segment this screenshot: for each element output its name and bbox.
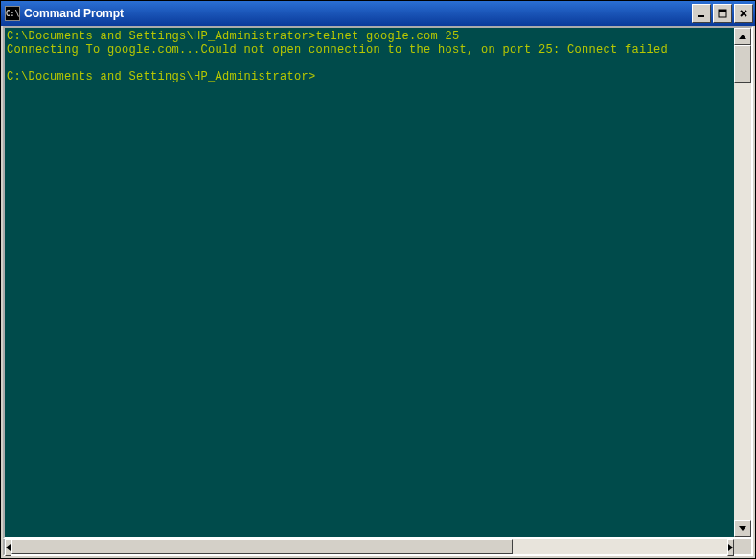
vertical-scrollbar[interactable] <box>734 28 751 537</box>
maximize-button[interactable] <box>713 4 732 23</box>
arrow-right-icon <box>728 544 733 551</box>
scroll-up-button[interactable] <box>734 28 751 45</box>
arrow-left-icon <box>6 544 11 551</box>
horizontal-scrollbar[interactable] <box>3 539 753 556</box>
window-controls <box>692 4 753 23</box>
svg-rect-2 <box>719 10 726 12</box>
scroll-thumb-vertical[interactable] <box>734 45 751 83</box>
minimize-icon <box>697 9 706 18</box>
console-row: C:\Documents and Settings\HP_Administrat… <box>3 26 753 539</box>
command-prompt-window: C:\ Command Prompt C:\Documents and Sett… <box>0 0 756 559</box>
close-button[interactable] <box>734 4 753 23</box>
maximize-icon <box>718 9 727 18</box>
titlebar[interactable]: C:\ Command Prompt <box>1 1 755 26</box>
scroll-down-button[interactable] <box>734 520 751 537</box>
scrollbar-corner <box>734 539 751 554</box>
scroll-right-button[interactable] <box>727 539 734 556</box>
close-icon <box>739 9 748 18</box>
console-output[interactable]: C:\Documents and Settings\HP_Administrat… <box>5 28 734 537</box>
client-area: C:\Documents and Settings\HP_Administrat… <box>1 26 755 558</box>
scroll-track-horizontal[interactable] <box>11 539 727 554</box>
scroll-track-vertical[interactable] <box>734 45 751 520</box>
scroll-left-button[interactable] <box>5 539 11 556</box>
minimize-button[interactable] <box>692 4 711 23</box>
scroll-thumb-horizontal[interactable] <box>11 539 513 554</box>
arrow-up-icon <box>739 35 746 39</box>
arrow-down-icon <box>739 526 746 531</box>
window-title: Command Prompt <box>24 7 692 20</box>
svg-rect-0 <box>698 15 704 17</box>
app-icon: C:\ <box>5 6 20 21</box>
